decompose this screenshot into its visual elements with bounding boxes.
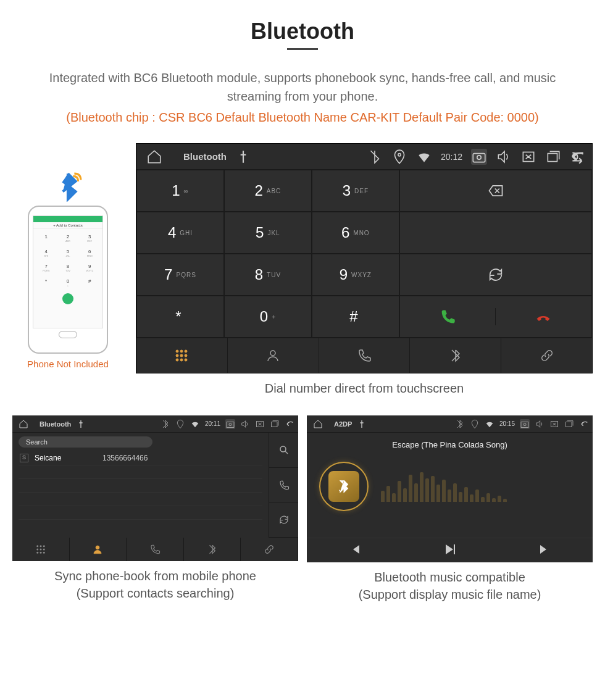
close-app-icon[interactable]	[520, 149, 536, 165]
camera-icon[interactable]	[520, 419, 530, 429]
svg-rect-18	[272, 422, 277, 427]
wifi-icon	[485, 419, 494, 429]
svg-point-6	[180, 350, 183, 352]
dial-key-0[interactable]: 0+	[224, 296, 312, 338]
recents-icon[interactable]	[564, 419, 574, 429]
tab-keypad[interactable]	[12, 538, 70, 561]
wifi-icon	[416, 149, 432, 165]
tab-bluetooth[interactable]	[410, 338, 501, 373]
usb-icon	[357, 419, 367, 429]
feature-description: Integrated with BC6 Bluetooth module, su…	[31, 69, 574, 106]
location-icon	[175, 419, 185, 429]
bluetooth-status-icon	[455, 419, 465, 429]
dial-key-5[interactable]: 5JKL	[224, 212, 312, 254]
usb-icon	[235, 149, 251, 165]
close-app-icon[interactable]	[549, 419, 559, 429]
back-icon[interactable]	[285, 419, 294, 429]
tab-contacts[interactable]	[70, 538, 127, 561]
contact-row[interactable]: S Seicane 13566664466	[19, 451, 262, 465]
svg-point-0	[398, 153, 401, 156]
phone-key: 8TUV	[57, 261, 78, 275]
svg-point-5	[176, 350, 178, 352]
blank-row	[19, 493, 262, 506]
dial-key-2[interactable]: 2ABC	[224, 170, 312, 212]
backspace-button[interactable]	[399, 170, 592, 212]
track-title: Escape (The Pina Colada Song)	[319, 440, 580, 449]
tab-contacts[interactable]	[228, 338, 319, 373]
home-icon[interactable]	[146, 149, 162, 165]
next-track-button[interactable]	[538, 542, 553, 559]
svg-point-25	[43, 549, 45, 551]
dialer-screen: Bluetooth 20:12	[136, 143, 593, 373]
blank-row	[19, 506, 262, 520]
dial-key-3[interactable]: 3DEF	[312, 170, 399, 212]
sync-button[interactable]	[399, 254, 592, 296]
tab-pair[interactable]	[241, 538, 298, 561]
svg-point-21	[40, 545, 41, 547]
wifi-icon	[190, 419, 200, 429]
dialer-caption: Dial number direct from touchscreen	[136, 380, 593, 397]
dial-key-4[interactable]: 4GHI	[136, 212, 224, 254]
dial-key-9[interactable]: 9WXYZ	[312, 254, 399, 296]
tab-callhistory[interactable]	[319, 338, 411, 373]
close-app-icon[interactable]	[255, 419, 265, 429]
phone-key: 5JKL	[57, 246, 78, 260]
dial-key-hash[interactable]: #	[312, 296, 399, 338]
location-icon	[391, 149, 407, 165]
search-input[interactable]: Search	[19, 436, 152, 448]
contacts-caption: Sync phone-book from mobile phone (Suppo…	[12, 567, 298, 602]
usb-icon	[76, 419, 86, 429]
call-contact-button[interactable]	[269, 468, 298, 503]
dial-key-7[interactable]: 7PQRS	[136, 254, 224, 296]
recents-icon[interactable]	[545, 149, 561, 165]
phone-key: 3DEF	[80, 231, 100, 245]
hangup-button[interactable]	[496, 308, 591, 325]
volume-icon[interactable]	[535, 419, 544, 429]
svg-rect-4	[548, 153, 557, 161]
camera-icon[interactable]	[225, 419, 235, 429]
search-button[interactable]	[269, 433, 298, 468]
dial-key-6[interactable]: 6MNO	[312, 212, 399, 254]
svg-point-8	[176, 354, 178, 357]
tab-pair[interactable]	[501, 338, 592, 373]
music-screen: A2DP 20:15 Escape (The Pina Colada Song)	[307, 415, 593, 562]
tab-keypad[interactable]	[136, 338, 228, 373]
contact-initial: S	[20, 454, 28, 462]
volume-icon[interactable]	[496, 149, 512, 165]
back-icon[interactable]	[570, 149, 586, 165]
svg-rect-15	[227, 422, 234, 427]
svg-point-28	[43, 552, 45, 554]
status-title: Bluetooth	[183, 151, 227, 162]
prev-track-button[interactable]	[347, 542, 362, 559]
play-pause-button[interactable]	[442, 542, 457, 559]
status-bar-contacts: Bluetooth 20:11	[12, 415, 298, 433]
svg-point-14	[270, 351, 275, 356]
dial-key-star[interactable]: *	[136, 296, 224, 338]
phone-note: Phone Not Included	[12, 359, 123, 369]
recents-icon[interactable]	[270, 419, 280, 429]
phone-call-button	[62, 293, 73, 304]
home-icon[interactable]	[313, 419, 323, 429]
title-underline	[287, 48, 318, 50]
call-button[interactable]	[400, 308, 496, 325]
volume-icon[interactable]	[240, 419, 250, 429]
svg-point-26	[36, 552, 38, 554]
dial-key-1[interactable]: 1∞	[136, 170, 224, 212]
location-icon	[470, 419, 480, 429]
status-title: Bluetooth	[40, 420, 71, 428]
contact-name: Seicane	[35, 454, 96, 462]
dial-key-8[interactable]: 8TUV	[224, 254, 312, 296]
phone-key: 4GHI	[36, 246, 56, 260]
back-icon[interactable]	[579, 419, 589, 429]
tab-bluetooth[interactable]	[184, 538, 241, 561]
tab-callhistory[interactable]	[127, 538, 184, 561]
phone-key: 0+	[57, 276, 78, 290]
phone-key: 9WXYZ	[80, 261, 100, 275]
bottom-tabs	[136, 338, 592, 373]
add-contacts-label: + Add to Contacts	[33, 222, 102, 229]
svg-rect-30	[521, 422, 528, 427]
camera-icon[interactable]	[471, 149, 487, 165]
sync-contacts-button[interactable]	[269, 502, 298, 538]
home-icon[interactable]	[19, 419, 28, 429]
clock-time: 20:12	[441, 152, 462, 162]
